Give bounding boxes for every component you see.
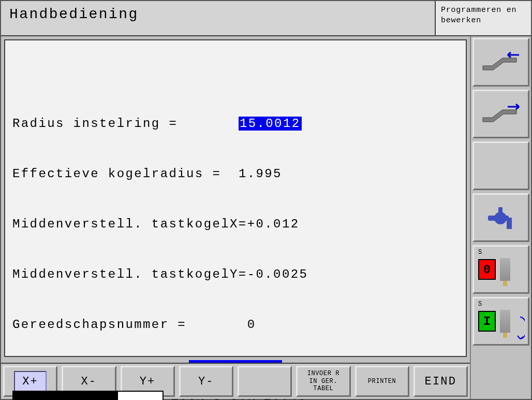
param-label: Middenverstell. tastkogelX= [12,217,247,231]
spindle-stop-indicator: 0 [478,259,496,280]
param-label: Middenverstell. tastkogelY= [12,267,247,281]
softkey-empty[interactable] [238,366,292,397]
softkey-eind[interactable]: EIND [413,366,468,397]
tap-icon [478,202,524,233]
parameter-list: Radius instelring = 15.0012 Effectieve k… [5,40,466,383]
softkey-invoer-r[interactable]: INVOER R IN GER. TABEL [296,366,350,397]
s-ovr-bar [12,391,164,400]
right-softkey-column: S 0 S I [470,36,531,399]
svg-rect-2 [507,218,512,229]
tool-icon [500,310,510,333]
page-title: Handbediening [1,1,436,35]
probe-left-icon [478,47,524,78]
rkey-spindle-stop[interactable]: S 0 [472,245,529,294]
param-label: Effectieve kogelradius = [12,167,239,181]
param-label: Gereedschapsnummer = [12,318,247,332]
param-value-tool-number: 0 [247,318,256,332]
probe-right-icon [478,98,524,130]
rkey-spindle-start[interactable]: S I [472,297,529,346]
title-bar: Handbediening Programmeren en bewerken [1,1,531,36]
param-label: Radius instelring = [12,117,239,131]
rkey-probe-right[interactable] [472,90,529,138]
param-value-ball-radius: 1.995 [239,167,282,181]
tool-icon [500,258,510,281]
rkey-empty[interactable] [472,141,529,190]
rotate-arrow-icon [515,316,525,342]
param-value-offset-x: +0.012 [247,217,300,231]
spindle-tag: S [478,301,482,308]
param-value-radius-ring[interactable]: 15.0012 [239,117,302,131]
spindle-start-indicator: I [478,311,496,332]
rkey-probe-left[interactable] [472,38,529,87]
mode-label: Programmeren en bewerken [436,1,531,35]
content-panel: Radius instelring = 15.0012 Effectieve k… [4,39,467,357]
param-value-offset-y: -0.0025 [247,267,308,281]
softkey-y-minus[interactable]: Y- [179,366,233,397]
spindle-tag: S [478,249,482,256]
svg-rect-3 [498,207,503,215]
rkey-tap[interactable] [472,193,529,242]
softkey-printen[interactable]: PRINTEN [355,366,409,397]
